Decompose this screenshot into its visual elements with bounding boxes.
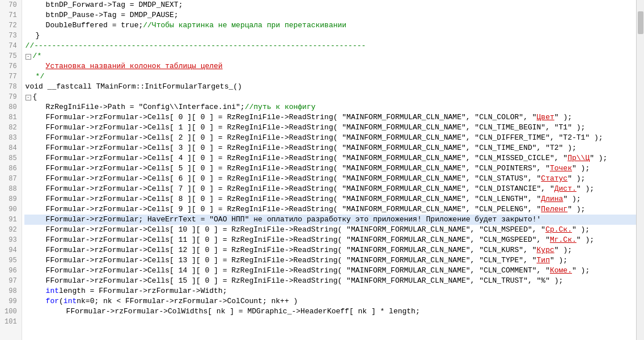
line-number-78: 78	[5, 82, 17, 92]
token-99-0: int	[46, 286, 59, 296]
code-line-92: FFormular->rzFormular->Cells[ 10 ][ 0 ] …	[24, 225, 636, 235]
line-number-70: 70	[5, 0, 17, 10]
line-number-98: 98	[5, 286, 17, 296]
line-number-87: 87	[5, 174, 17, 184]
token-90-0: FFormular->rzFormular->Cells[ 9 ][ 0 ] =…	[46, 204, 541, 215]
scrollbar-vertical[interactable]	[636, 0, 644, 340]
line-number-88: 88	[5, 184, 17, 194]
token-72-0: DoubleBuffered = true;	[46, 20, 143, 31]
code-line-83: FFormular->rzFormular->Cells[ 2 ][ 0 ] =…	[24, 133, 636, 143]
line-number-80: 80	[5, 102, 17, 112]
token-94-0: FFormular->rzFormular->Cells[ 12 ][ 0 ] …	[46, 245, 537, 255]
line-number-91: 91	[5, 215, 17, 225]
token-86-1: Точек	[550, 163, 572, 174]
line-number-94: 94	[5, 245, 17, 255]
code-line-97: FFormular->rzFormular->Cells[ 15 ][ 0 ] …	[24, 276, 636, 286]
code-line-100: for( int nk=0; nk < FFormular->rzFormula…	[24, 296, 636, 307]
code-line-89: FFormular->rzFormular->Cells[ 8 ][ 0 ] =…	[24, 194, 636, 204]
code-line-82: FFormular->rzFormular->Cells[ 1 ][ 0 ] =…	[24, 123, 636, 133]
code-line-96: FFormular->rzFormular->Cells[ 14 ][ 0 ] …	[24, 266, 636, 276]
token-81-1: Цвет	[537, 112, 554, 123]
code-line-76: Установка названий колонок таблицы целей	[24, 61, 636, 72]
code-area[interactable]: btnDP_Forward->Tag = DMDP_NEXT;btnDP_Pau…	[22, 0, 636, 340]
token-85-2: " );	[590, 153, 607, 163]
line-number-95: 95	[5, 255, 17, 266]
token-101-0: FFormular->rzFormular->ColWidths[ nk ] =…	[66, 307, 420, 317]
token-96-0: FFormular->rzFormular->Cells[ 14 ][ 0 ] …	[46, 266, 550, 276]
token-81-2: " );	[554, 112, 572, 123]
token-97-0: FFormular->rzFormular->Cells[ 15 ][ 0 ] …	[46, 276, 564, 286]
token-82-0: FFormular->rzFormular->Cells[ 1 ][ 0 ] =…	[46, 123, 586, 133]
token-85-0: FFormular->rzFormular->Cells[ 4 ][ 0 ] =…	[46, 153, 568, 163]
token-91-0: FFormular->rzFormular; HaveErrText = "ОА…	[46, 215, 245, 225]
token-100-2: int	[63, 296, 77, 307]
code-line-70: btnDP_Forward->Tag = DMDP_NEXT;	[24, 0, 636, 10]
line-number-85: 85	[5, 153, 17, 163]
line-number-76: 76	[5, 61, 17, 72]
token-80-1: //путь к конфигу	[245, 102, 316, 112]
token-70-0: btnDP_Forward->Tag = DMDP_NEXT;	[46, 0, 183, 10]
token-73-0: }	[36, 31, 40, 41]
token-100-1: (	[59, 296, 63, 307]
token-94-1: Курс	[537, 245, 554, 255]
code-line-87: FFormular->rzFormular->Cells[ 6 ][ 0 ] =…	[24, 174, 636, 184]
editor-container: 7071727374757677787980818283848586878889…	[0, 0, 644, 340]
token-95-0: FFormular->rzFormular->Cells[ 13 ][ 0 ] …	[46, 255, 537, 266]
fold-icon-75[interactable]: -	[26, 54, 31, 60]
token-75-0: /*	[33, 51, 42, 61]
token-92-2: " );	[572, 225, 590, 235]
token-81-0: FFormular->rzFormular->Cells[ 0 ][ 0 ] =…	[46, 112, 537, 123]
line-number-99: 99	[5, 296, 17, 307]
scrollbar-thumb[interactable]	[638, 11, 643, 34]
code-line-73: }	[24, 31, 636, 41]
token-80-0: RzRegIniFile->Path = "Config\\Interface.…	[46, 102, 245, 112]
token-92-1: Ср.Ск.	[545, 225, 572, 235]
token-79-0: {	[33, 92, 37, 102]
line-number-90: 90	[5, 204, 17, 215]
code-line-84: FFormular->rzFormular->Cells[ 3 ][ 0 ] =…	[24, 143, 636, 153]
token-87-2: " );	[567, 174, 585, 184]
token-89-0: FFormular->rzFormular->Cells[ 8 ][ 0 ] =…	[46, 194, 541, 204]
line-number-79: 79	[5, 92, 17, 102]
code-line-91: FFormular->rzFormular; HaveErrText = "ОА…	[24, 215, 636, 225]
line-number-96: 96	[5, 266, 17, 276]
token-90-1: Пеленг	[541, 204, 567, 215]
token-87-0: FFormular->rzFormular->Cells[ 6 ][ 0 ] =…	[46, 174, 541, 184]
code-line-93: FFormular->rzFormular->Cells[ 11 ][ 0 ] …	[24, 235, 636, 245]
code-line-86: FFormular->rzFormular->Cells[ 5 ][ 0 ] =…	[24, 163, 636, 174]
code-line-95: FFormular->rzFormular->Cells[ 13 ][ 0 ] …	[24, 255, 636, 266]
code-line-85: FFormular->rzFormular->Cells[ 4 ][ 0 ] =…	[24, 153, 636, 163]
token-96-1: Коме.	[550, 266, 572, 276]
code-line-101: FFormular->rzFormular->ColWidths[ nk ] =…	[24, 307, 636, 317]
token-90-2: " );	[567, 204, 585, 215]
token-74-0: //--------------------------------------…	[26, 41, 366, 51]
token-84-0: FFormular->rzFormular->Cells[ 3 ][ 0 ] =…	[46, 143, 577, 153]
code-line-88: FFormular->rzFormular->Cells[ 7 ][ 0 ] =…	[24, 184, 636, 194]
token-87-1: Статус	[541, 174, 567, 184]
token-86-0: FFormular->rzFormular->Cells[ 5 ][ 0 ] =…	[46, 163, 550, 174]
token-78-0: void __fastcall TMainForm::InitFormularT…	[26, 82, 242, 92]
line-numbers: 7071727374757677787980818283848586878889…	[0, 0, 22, 340]
code-line-74: //--------------------------------------…	[24, 41, 636, 51]
token-88-1: Дист.	[554, 184, 577, 194]
token-72-1: //Чтобы картинка не мерцала при перетаск…	[143, 20, 346, 31]
line-number-89: 89	[5, 194, 17, 204]
token-95-1: Тип	[537, 255, 550, 266]
token-96-2: " );	[572, 266, 590, 276]
code-line-75: -/*	[24, 51, 636, 61]
token-89-1: Длина	[541, 194, 563, 204]
code-line-94: FFormular->rzFormular->Cells[ 12 ][ 0 ] …	[24, 245, 636, 255]
line-number-100: 100	[5, 307, 17, 317]
token-88-0: FFormular->rzFormular->Cells[ 7 ][ 0 ] =…	[46, 184, 554, 194]
line-number-82: 82	[5, 123, 17, 133]
code-line-79: -{	[24, 92, 636, 102]
line-number-74: 74	[5, 41, 17, 51]
line-number-101: 101	[5, 317, 17, 327]
line-number-86: 86	[5, 163, 17, 174]
fold-icon-79[interactable]: -	[26, 95, 31, 100]
token-99-1: length = FFormular->rzFormular->Width;	[59, 286, 227, 296]
code-line-72: DoubleBuffered = true; //Чтобы картинка …	[24, 20, 636, 31]
line-number-77: 77	[5, 72, 17, 82]
line-number-71: 71	[5, 10, 17, 20]
line-number-93: 93	[5, 235, 17, 245]
